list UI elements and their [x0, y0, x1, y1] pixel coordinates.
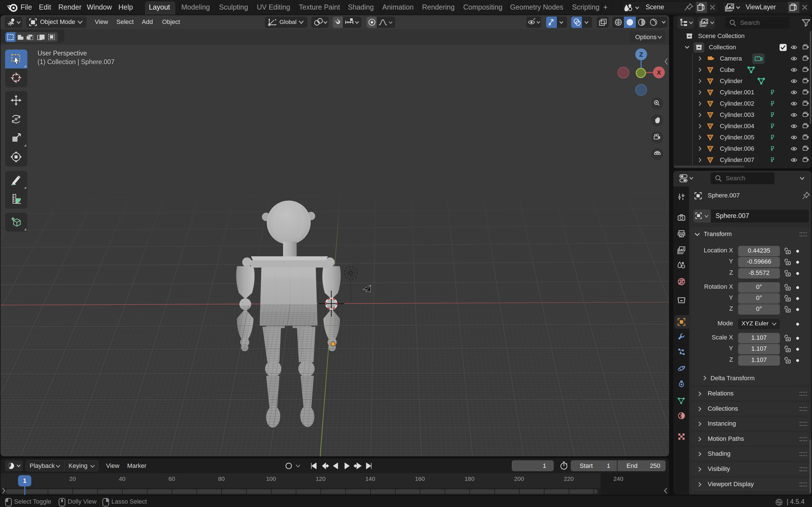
svg-text:X: X	[657, 69, 661, 76]
svg-text:Z: Z	[639, 51, 643, 58]
